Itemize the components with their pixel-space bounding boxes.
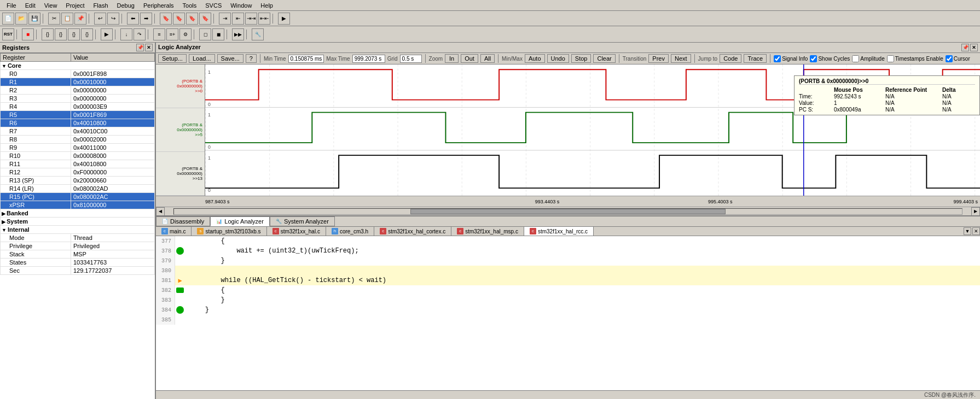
tab-system-analyzer[interactable]: 🔧 System Analyzer [270, 216, 335, 226]
tool-btn[interactable]: 🔧 [252, 28, 264, 40]
grid-value[interactable]: 0.5 s [400, 55, 422, 63]
code-tabs-more[interactable]: ▼ [964, 227, 971, 235]
fwd2-btn[interactable]: ▶ [101, 28, 113, 40]
reg-row[interactable]: ModeThread [1, 234, 155, 242]
reg-group-internal[interactable]: ▼Internal [1, 226, 155, 234]
la-close-btn[interactable]: ✕ [970, 44, 978, 51]
menu-peripherals[interactable]: Peripherals [139, 1, 178, 10]
reg-row[interactable]: R60x40010800 [1, 119, 155, 127]
fwd-btn[interactable]: ➡ [140, 13, 152, 25]
stop-debug-btn[interactable]: ■ [22, 28, 34, 40]
dbg-btn[interactable]: ⚙ [179, 28, 192, 40]
code-tab-msp[interactable]: c stm32f1xx_hal_msp.c [451, 227, 524, 236]
reg-group-banked[interactable]: ▶Banked [1, 209, 155, 218]
brace4-btn[interactable]: {} [81, 28, 93, 40]
reg-row[interactable]: R120xF0000000 [1, 168, 155, 177]
brace3-btn[interactable]: {} [68, 28, 80, 40]
exec-btn[interactable]: ▶▶ [232, 28, 244, 40]
menu-help[interactable]: Help [256, 1, 277, 10]
help-btn[interactable]: ? [246, 54, 257, 63]
setup-btn[interactable]: Setup... [158, 54, 187, 63]
view1-btn[interactable]: ◻ [199, 28, 211, 40]
clear-btn[interactable]: Clear [593, 54, 615, 63]
reg-row[interactable]: R80x00002000 [1, 136, 155, 144]
menu-window[interactable]: Window [226, 1, 256, 10]
brace2-btn[interactable]: {} [55, 28, 67, 40]
code-close-btn[interactable]: ✕ [972, 227, 980, 235]
scroll-right[interactable]: ▶ [971, 207, 980, 216]
max-time-value[interactable]: 999.2073 s [352, 55, 385, 63]
scroll-left[interactable]: ◀ [156, 207, 165, 216]
step-into-btn[interactable]: ↓ [120, 28, 132, 40]
back-btn[interactable]: ⬅ [127, 13, 139, 25]
zoom-in-btn[interactable]: In [445, 54, 459, 63]
reg-row[interactable]: StackMSP [1, 250, 155, 259]
min-time-value[interactable]: 0.150875 ms [288, 55, 324, 63]
view2-btn[interactable]: ◼ [212, 28, 224, 40]
run-btn[interactable]: ▶ [278, 13, 290, 25]
paste-btn[interactable]: 📌 [74, 13, 86, 25]
code-tab-startup[interactable]: s startup_stm32f103xb.s [192, 227, 266, 236]
scroll-thumb[interactable] [410, 209, 726, 214]
menu-project[interactable]: Project [61, 1, 89, 10]
reg-row[interactable]: R90x40011000 [1, 144, 155, 152]
reg-row[interactable]: PrivilegePrivileged [1, 242, 155, 250]
undo-la-btn[interactable]: Undo [547, 54, 569, 63]
save-btn[interactable]: 💾 [28, 13, 40, 25]
reg-row[interactable]: R14 (LR)0x080002AD [1, 185, 155, 193]
reg-row[interactable]: R00x0001F898 [1, 70, 155, 78]
menu-flash[interactable]: Flash [89, 1, 113, 10]
code-tab-hal[interactable]: c stm32f1xx_hal.c [267, 227, 326, 236]
step-over-btn[interactable]: ↷ [134, 28, 146, 40]
reg-group-system[interactable]: ▶System [1, 218, 155, 226]
zoom-out-btn[interactable]: Out [461, 54, 478, 63]
auto-btn[interactable]: Auto [525, 54, 545, 63]
scroll-track[interactable] [173, 208, 962, 215]
reg-row[interactable]: R30x00000000 [1, 95, 155, 103]
la-scrollbar[interactable]: ◀ ▶ [156, 207, 980, 215]
reg-row[interactable]: R15 (PC)0x080002AC [1, 193, 155, 201]
panel-pin-btn[interactable]: 📌 [136, 44, 144, 51]
reg-row[interactable]: xPSR0x81000000 [1, 201, 155, 209]
tab-disassembly[interactable]: 📄 Disassembly [156, 216, 210, 226]
reg-row[interactable]: R110x40010800 [1, 160, 155, 168]
load-btn[interactable]: Load... [189, 54, 215, 63]
trace-btn[interactable]: Trace [744, 54, 767, 63]
bmark-btn[interactable]: 🔖 [160, 13, 172, 25]
reg-row[interactable]: States1033417763 [1, 259, 155, 267]
la-pin-btn[interactable]: 📌 [961, 44, 969, 51]
reg-row[interactable]: R40x000003E9 [1, 103, 155, 111]
bmark4-btn[interactable]: 🔖 [199, 13, 211, 25]
bmark3-btn[interactable]: 🔖 [186, 13, 198, 25]
code-tab-main[interactable]: c main.c [156, 227, 192, 236]
bmark2-btn[interactable]: 🔖 [173, 13, 185, 25]
code-tab-rcc[interactable]: c stm32f1xx_hal_rcc.c [524, 227, 594, 236]
reg-row[interactable]: R70x40010C00 [1, 127, 155, 136]
redo-btn[interactable]: ↪ [107, 13, 119, 25]
copy-btn[interactable]: 📋 [61, 13, 73, 25]
cursor-cb[interactable]: Cursor [946, 55, 970, 62]
show-cycles-cb[interactable]: Show Cycles [810, 55, 850, 62]
reg-row[interactable]: R13 (SP)0x20000660 [1, 177, 155, 185]
reg-row[interactable]: R10x00010000 [1, 78, 155, 86]
reg-row[interactable]: Sec129.17722037 [1, 267, 155, 275]
rst-btn[interactable]: RST [2, 28, 14, 40]
code-btn[interactable]: Code [720, 54, 741, 63]
prev-btn[interactable]: Prev [648, 54, 669, 63]
panel-close-btn[interactable]: ✕ [145, 44, 153, 51]
menu-tools[interactable]: Tools [178, 1, 201, 10]
signal-info-cb[interactable]: Signal Info [774, 55, 808, 62]
zoom-all-btn[interactable]: All [480, 54, 495, 63]
code-tab-cm3[interactable]: h core_cm3.h [326, 227, 374, 236]
next-btn[interactable]: Next [671, 54, 691, 63]
menu-edit[interactable]: Edit [21, 1, 40, 10]
stop-la-btn[interactable]: Stop [571, 54, 592, 63]
mem2-btn[interactable]: ≡+ [166, 28, 178, 40]
reg-row[interactable]: R50x0001F869 [1, 111, 155, 119]
tab-logic-analyzer[interactable]: 📊 Logic Analyzer [210, 216, 270, 226]
menu-svcs[interactable]: SVCS [201, 1, 226, 10]
mem-btn[interactable]: ≡ [153, 28, 165, 40]
save-btn[interactable]: Save... [217, 54, 243, 63]
indent2-btn[interactable]: ⇥⇥ [245, 13, 257, 25]
timestamps-cb[interactable]: Timestamps Enable [887, 55, 943, 62]
